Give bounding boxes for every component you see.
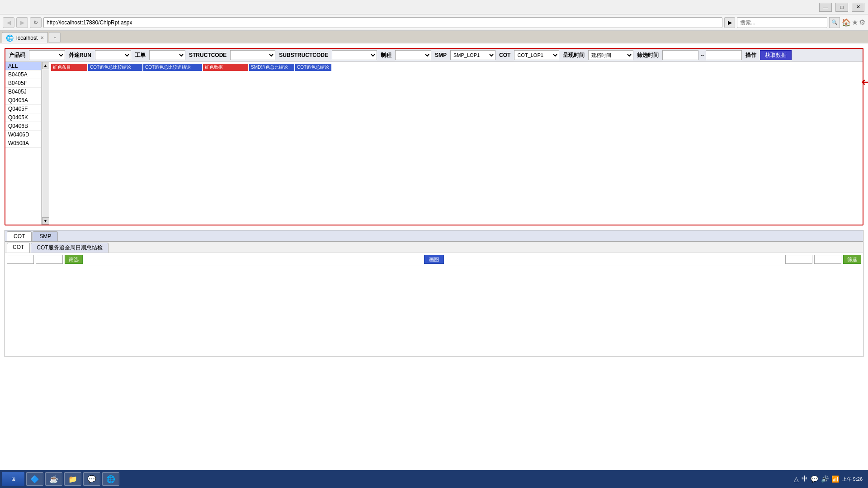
tab-cot[interactable]: COT (7, 231, 32, 241)
dropdown-item-w0508a[interactable]: W0508A (5, 139, 41, 148)
sub-tabs: COT COT服务追全周日期总结检 (5, 242, 863, 253)
product-label: 产品码 (6, 51, 28, 60)
product-dropdown-container: ALLB0405AB0405FB0405JQ0405AQ0405FQ0405KQ… (5, 62, 49, 225)
sub-tab-cot-detail[interactable]: COT服务追全周日期总结检 (31, 243, 108, 253)
substruct-code-label: SUBSTRUCTCODE (276, 51, 331, 59)
bottom-filter-btn-2[interactable]: 筛选 (843, 255, 861, 264)
work-order-select[interactable] (149, 50, 185, 60)
bottom-section: COT SMP COT COT服务追全周日期总结检 筛选 画图 筛选 (5, 230, 863, 357)
sub-tab-cot[interactable]: COT (7, 243, 30, 253)
favorites-bar: 🏠 ★ ⚙ (842, 18, 865, 27)
main-container: 产品码 外途RUN 工单 STRUCTCODE SUBSTRUCTCODE 制程… (5, 48, 863, 225)
taskbar-app-chat[interactable]: 💬 (83, 472, 100, 486)
product-dropdown-list: ALLB0405AB0405FB0405JQ0405AQ0405FQ0405KQ… (5, 62, 42, 225)
fetch-data-button[interactable]: 获取数据 (760, 50, 792, 60)
bar-red-2: 红色数据 (203, 64, 248, 71)
back-button[interactable]: ◀ (3, 17, 14, 28)
bottom-filter-input-2[interactable] (36, 255, 63, 264)
bottom-filter-btn-1[interactable]: 筛选 (65, 255, 83, 264)
folder-icon: 📁 (68, 475, 77, 483)
bottom-chart-area (5, 266, 863, 357)
minimize-button[interactable]: — (819, 3, 832, 12)
vs-icon: 🔷 (30, 475, 39, 483)
dropdown-item-b0405f[interactable]: B0405F (5, 79, 41, 88)
star-icon[interactable]: ★ (852, 18, 858, 27)
data-row-1: 红色条目 COT追色总比较结论 COT追色总比较追结论 红色数据 SMD追色总比… (51, 64, 861, 71)
tab-bar: 🌐 localhost ✕ + (0, 31, 868, 43)
dropdown-item-all[interactable]: ALL (5, 62, 41, 70)
work-order-label: 工单 (132, 51, 148, 60)
search-input[interactable] (737, 17, 827, 28)
tray-notifications-icon[interactable]: △ (794, 475, 799, 483)
process-label: 制程 (378, 51, 394, 60)
page-area: 产品码 外途RUN 工单 STRUCTCODE SUBSTRUCTCODE 制程… (0, 43, 868, 488)
home-icon[interactable]: 🏠 (842, 18, 851, 27)
bottom-filter-input-4[interactable] (814, 255, 841, 264)
appear-time-select[interactable]: 建档时间 (588, 50, 633, 60)
search-icon[interactable]: 🔍 (829, 17, 840, 28)
scroll-track (42, 69, 49, 217)
scroll-down-arrow[interactable]: ▼ (42, 217, 49, 225)
dropdown-item-w0406d[interactable]: W0406D (5, 131, 41, 139)
new-tab-button[interactable]: + (49, 32, 61, 43)
draw-chart-button[interactable]: 画图 (424, 255, 444, 264)
section-tabs: COT SMP (5, 230, 863, 242)
taskbar: ⊞ 🔷 ☕ 📁 💬 🌐 △ 中 💬 🔊 📶 上午 9:26 (0, 470, 868, 488)
tray-volume-icon[interactable]: 🔊 (821, 475, 829, 483)
dropdown-item-q0406b[interactable]: Q0406B (5, 122, 41, 131)
taskbar-app-folder[interactable]: 📁 (64, 472, 81, 486)
struct-code-label: STRUCTCODE (186, 51, 229, 59)
tray-lang-icon[interactable]: 中 (802, 475, 808, 483)
maximize-button[interactable]: □ (835, 3, 848, 12)
filter-time-end[interactable] (706, 50, 742, 60)
dropdown-item-b0405a[interactable]: B0405A (5, 70, 41, 79)
refresh-button[interactable]: ↻ (30, 17, 42, 28)
taskbar-app-java[interactable]: ☕ (45, 472, 62, 486)
filter-time-label: 筛选时间 (634, 51, 661, 60)
clock-time: 上午 9:26 (842, 476, 863, 483)
dropdown-item-q0405k[interactable]: Q0405K (5, 113, 41, 122)
product-select[interactable] (29, 50, 65, 60)
substruct-code-select[interactable] (332, 50, 377, 60)
start-button[interactable]: ⊞ (2, 472, 24, 486)
struct-code-select[interactable] (230, 50, 275, 60)
filter-dash: -- (699, 52, 705, 58)
gear-icon[interactable]: ⚙ (859, 18, 865, 27)
bottom-filter-input-1[interactable] (7, 255, 34, 264)
tab-favicon: 🌐 (6, 34, 14, 42)
dropdown-item-q0405a[interactable]: Q0405A (5, 96, 41, 105)
close-tab-button[interactable]: ✕ (40, 35, 44, 40)
annotation-arrow-icon: ➜ (861, 76, 868, 88)
filter-time-start[interactable] (662, 50, 698, 60)
process-select[interactable] (395, 50, 431, 60)
appear-time-label: 呈现时间 (560, 51, 587, 60)
smp-select[interactable]: SMP_LOP1 (450, 50, 495, 60)
taskbar-tray: △ 中 💬 🔊 📶 上午 9:26 (790, 475, 866, 483)
scroll-up-arrow[interactable]: ▲ (42, 62, 49, 69)
address-bar[interactable] (43, 17, 722, 28)
outer-run-label: 外途RUN (66, 51, 94, 60)
java-icon: ☕ (49, 475, 58, 483)
cot-label: COT (496, 51, 513, 59)
bar-blue-4: COT追色总结论 (295, 64, 331, 71)
tray-wechat-icon[interactable]: 💬 (811, 475, 818, 483)
dropdown-item-b0405j[interactable]: B0405J (5, 88, 41, 96)
filter-row: 产品码 外途RUN 工单 STRUCTCODE SUBSTRUCTCODE 制程… (5, 49, 863, 62)
tab-smp[interactable]: SMP (33, 231, 58, 241)
outer-run-select[interactable] (95, 50, 131, 60)
go-button[interactable]: ▶ (724, 17, 735, 28)
dropdown-item-q0405f[interactable]: Q0405F (5, 105, 41, 113)
forward-button[interactable]: ▶ (16, 17, 28, 28)
taskbar-app-vs[interactable]: 🔷 (26, 472, 43, 486)
chart-data-area: 红色条目 COT追色总比较结论 COT追色总比较追结论 红色数据 SMD追色总比… (49, 62, 863, 225)
bar-blue-1: COT追色总比较结论 (88, 64, 142, 71)
cot-select[interactable]: COT_LOP1 (514, 50, 559, 60)
taskbar-app-ie[interactable]: 🌐 (102, 472, 119, 486)
bottom-filter-input-3[interactable] (785, 255, 812, 264)
smp-label: SMP (432, 51, 449, 59)
tray-network-icon[interactable]: 📶 (831, 475, 839, 483)
browser-tab[interactable]: 🌐 localhost ✕ (2, 32, 48, 43)
chat-icon: 💬 (87, 475, 96, 483)
main-wrapper: 产品码 外途RUN 工单 STRUCTCODE SUBSTRUCTCODE 制程… (5, 48, 863, 357)
close-button[interactable]: ✕ (852, 3, 864, 12)
